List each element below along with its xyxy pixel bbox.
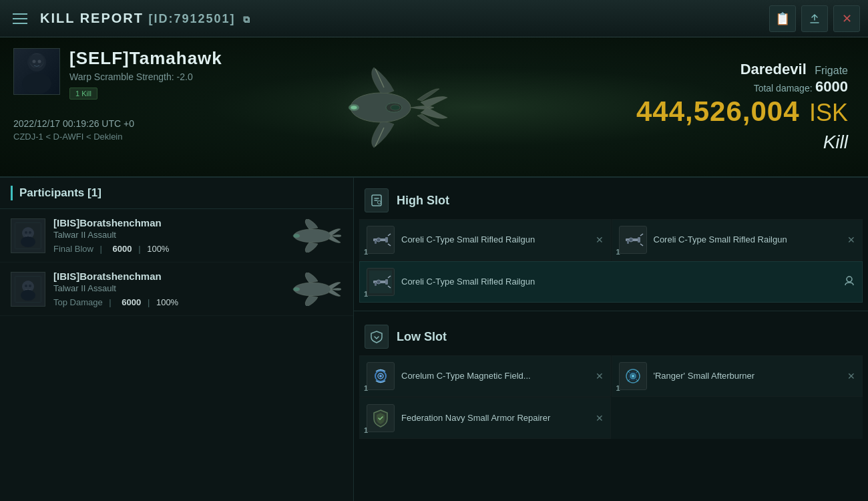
ship-thumbnail xyxy=(284,219,341,253)
low-slot-icon xyxy=(365,325,389,349)
ship-class: Frigate xyxy=(815,65,848,76)
window-controls: 📋 ✕ xyxy=(769,5,860,32)
module-name: Coreli C-Type Small Rifled Railgun xyxy=(654,234,841,246)
svg-rect-34 xyxy=(638,237,640,242)
damage-label: Total damage: xyxy=(754,83,813,94)
participants-panel: Participants [1] [IBIS]Boratshenchman xyxy=(0,178,354,501)
svg-rect-35 xyxy=(627,240,629,244)
damage-row: Total damage: 6000 xyxy=(636,78,848,96)
ship-name-display: Daredevil Frigate xyxy=(636,61,848,78)
paste-button[interactable]: 📋 xyxy=(769,5,796,32)
module-item[interactable]: 1 Federation Navy Small Armor Repairer ✕ xyxy=(359,397,611,439)
participant-name: [IBIS]Boratshenchman xyxy=(53,217,274,228)
module-qty: 1 xyxy=(364,384,368,392)
module-icon xyxy=(619,362,647,390)
svg-point-14 xyxy=(29,231,31,234)
participant-item[interactable]: [IBIS]Boratshenchman Talwar II Assault T… xyxy=(0,263,353,316)
title-label: KILL REPORT xyxy=(40,11,144,25)
participant-stats: Final Blow | 6000 | 100% xyxy=(53,244,274,254)
participant-damage: 6000 xyxy=(113,244,132,254)
module-item[interactable]: 1 Coreli C-Type Small Rifled Railgun xyxy=(359,219,611,261)
low-slot-grid: 1 Corelum C-Type Magnetic Field... ✕ xyxy=(359,355,863,439)
svg-rect-29 xyxy=(385,237,388,242)
low-slot-header: Low Slot xyxy=(354,319,868,355)
module-icon xyxy=(367,268,395,296)
participant-ship-image xyxy=(282,271,343,307)
avatar-image xyxy=(17,50,57,94)
module-name: Coreli C-Type Small Rifled Railgun xyxy=(401,234,589,246)
module-qty: 1 xyxy=(364,426,368,434)
kill-count-badge: 1 Kill xyxy=(69,88,97,100)
close-button[interactable]: ✕ xyxy=(833,5,860,32)
svg-point-1 xyxy=(22,73,51,94)
module-name: 'Ranger' Small Afterburner xyxy=(654,371,841,382)
avatar xyxy=(13,48,60,95)
isk-label: ISK xyxy=(809,99,848,126)
module-close-icon[interactable]: ✕ xyxy=(596,371,604,381)
svg-point-36 xyxy=(629,238,633,242)
module-close-icon[interactable]: ✕ xyxy=(847,234,855,245)
svg-point-51 xyxy=(632,375,634,377)
kill-header: [SELF]Tamahawk Warp Scramble Strength: -… xyxy=(0,37,868,178)
module-item[interactable]: 1 Coreli C-Type Small Rifled Railgun xyxy=(612,219,863,261)
module-item[interactable]: 1 'Ranger' Small Afterburner ✕ xyxy=(612,355,863,397)
svg-point-46 xyxy=(379,375,382,377)
svg-point-10 xyxy=(391,105,400,110)
participant-face xyxy=(15,277,41,302)
module-close-icon[interactable]: ✕ xyxy=(847,371,855,381)
svg-point-42 xyxy=(847,277,852,282)
armor-rep-icon xyxy=(369,407,392,430)
svg-point-3 xyxy=(33,59,36,63)
ship-display xyxy=(254,37,507,178)
participant-face xyxy=(15,223,41,248)
module-close-icon[interactable]: ✕ xyxy=(596,413,604,424)
afterburner-icon xyxy=(622,365,644,387)
section-bar-accent xyxy=(11,186,13,200)
module-name: Federation Navy Small Armor Repairer xyxy=(401,413,589,424)
module-item[interactable]: 1 Corelum C-Type Magnetic Field... ✕ xyxy=(359,355,611,397)
high-slot-header: High Slot xyxy=(354,183,868,219)
export-button[interactable] xyxy=(801,5,828,32)
main-content: Participants [1] [IBIS]Boratshenchman xyxy=(0,178,868,501)
svg-point-4 xyxy=(38,59,41,63)
svg-point-13 xyxy=(25,231,27,234)
module-name: Coreli C-Type Small Rifled Railgun xyxy=(401,277,837,288)
kill-result-label: Kill xyxy=(636,132,848,153)
menu-button[interactable] xyxy=(8,7,32,31)
participant-role: Final Blow xyxy=(53,244,93,254)
module-icon xyxy=(619,226,647,254)
module-item-highlighted[interactable]: 1 Coreli C-Type Small Rifled Railgun xyxy=(359,261,863,303)
participant-ship-image xyxy=(282,217,343,254)
participant-details: [IBIS]Boratshenchman Talwar II Assault F… xyxy=(53,217,274,254)
svg-point-22 xyxy=(21,290,35,301)
svg-point-24 xyxy=(293,287,300,291)
high-slot-section: High Slot 1 xyxy=(354,178,868,308)
svg-point-8 xyxy=(351,106,357,110)
railgun-icon xyxy=(369,271,392,293)
ship-name: Daredevil xyxy=(740,61,807,77)
title-bar: KILL REPORT [ID:7912501] ⧉ 📋 ✕ xyxy=(0,0,868,37)
module-close-icon[interactable]: ✕ xyxy=(596,234,604,245)
isk-row: 444,526,004 ISK xyxy=(636,96,848,128)
participant-details: [IBIS]Boratshenchman Talwar II Assault T… xyxy=(53,271,274,307)
participant-role: Top Damage xyxy=(53,297,103,307)
low-slot-section: Low Slot 1 xyxy=(354,314,868,444)
svg-rect-30 xyxy=(375,240,377,244)
participants-title: Participants [1] xyxy=(19,186,101,200)
svg-point-41 xyxy=(377,280,381,284)
copy-id-icon[interactable]: ⧉ xyxy=(243,14,251,25)
svg-point-20 xyxy=(25,285,27,287)
window-title: KILL REPORT [ID:7912501] ⧉ xyxy=(40,11,769,26)
module-qty: 1 xyxy=(616,248,620,256)
participant-item[interactable]: [IBIS]Boratshenchman Talwar II Assault F… xyxy=(0,209,353,263)
participant-stats: Top Damage | 6000 | 100% xyxy=(53,297,274,307)
module-pilot-icon xyxy=(843,275,855,289)
participant-avatar xyxy=(11,272,45,307)
module-icon xyxy=(367,226,395,254)
shield-gun-icon xyxy=(369,193,384,208)
high-slot-icon xyxy=(365,188,389,212)
module-name: Corelum C-Type Magnetic Field... xyxy=(401,371,589,382)
railgun-icon xyxy=(622,228,644,251)
damage-value: 6000 xyxy=(815,78,848,95)
svg-point-17 xyxy=(293,234,300,238)
